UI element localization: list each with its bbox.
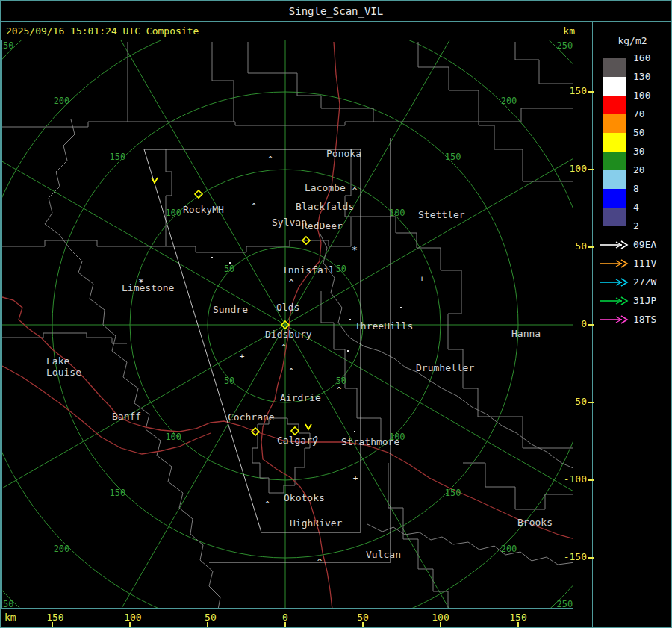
legend-color-swatch bbox=[603, 114, 626, 133]
legend-value: 30 bbox=[633, 146, 645, 157]
town-caret-marker: ^ bbox=[289, 278, 294, 287]
town-caret-marker: ^ bbox=[281, 343, 287, 352]
ring-range-label: 200 bbox=[54, 96, 70, 106]
storm-vee-marker bbox=[305, 424, 311, 429]
y-tick-label: -50 bbox=[559, 396, 587, 407]
radial-line bbox=[61, 325, 285, 608]
city-label: Cochrane bbox=[228, 411, 275, 423]
county-boundary-line bbox=[463, 463, 573, 509]
ring-range-label: 100 bbox=[389, 208, 405, 218]
county-boundary-line bbox=[320, 233, 573, 469]
ring-range-label: 250 bbox=[2, 40, 13, 51]
city-label: Okotoks bbox=[284, 492, 325, 503]
x-tick bbox=[517, 622, 519, 627]
town-dot-marker bbox=[347, 350, 349, 352]
town-caret-marker: ^ bbox=[252, 202, 257, 211]
town-dot-marker bbox=[354, 431, 355, 432]
ring-range-label: 50 bbox=[224, 376, 234, 386]
y-tick bbox=[588, 402, 594, 403]
legend-value: 20 bbox=[633, 164, 645, 175]
city-label: Vulcan bbox=[366, 549, 401, 560]
storm-vee-marker bbox=[152, 178, 158, 183]
town-caret-marker: ^ bbox=[314, 435, 319, 444]
city-label: Sundre bbox=[213, 304, 248, 315]
ring-range-label: 200 bbox=[501, 544, 517, 554]
city-label: Limestone bbox=[122, 282, 175, 293]
town-dot-marker bbox=[211, 257, 213, 258]
town-asterisk-marker: * bbox=[352, 244, 358, 255]
legend-value: 70 bbox=[633, 108, 645, 119]
city-label: RockyMH bbox=[183, 204, 224, 215]
title-divider bbox=[0, 21, 672, 22]
ring-range-label: 100 bbox=[165, 432, 181, 442]
city-label: Airdrie bbox=[280, 392, 321, 403]
county-boundary-line bbox=[388, 463, 448, 608]
county-boundary-line bbox=[252, 418, 310, 493]
legend-color-swatch bbox=[603, 189, 626, 208]
station-arrow-label: 09EA bbox=[633, 239, 656, 250]
legend-value: 100 bbox=[633, 90, 650, 101]
city-label: Calgary bbox=[277, 435, 318, 446]
city-label: Brooks bbox=[517, 517, 553, 528]
y-tick bbox=[588, 479, 594, 481]
y-tick bbox=[588, 324, 594, 326]
radar-viewer-window: Single_Scan_VIL 2025/09/16 15:01:24 UTC … bbox=[0, 0, 672, 628]
station-arrow-icon bbox=[599, 239, 632, 254]
legend-color-swatch bbox=[603, 208, 626, 226]
x-tick bbox=[284, 622, 286, 627]
radial-line bbox=[285, 325, 573, 549]
x-tick-label: 100 bbox=[426, 612, 455, 623]
legend-panel: kg/m2 16013010070503020842 09EA 111V 27Z… bbox=[593, 22, 672, 628]
x-tick-label: 150 bbox=[503, 612, 533, 623]
legend-value: 130 bbox=[633, 71, 650, 82]
town-caret-marker: ^ bbox=[317, 557, 323, 567]
y-tick-label: 100 bbox=[559, 163, 587, 174]
station-arrow-icon bbox=[599, 258, 632, 273]
ring-range-label: 150 bbox=[445, 488, 461, 498]
city-label: Stettler bbox=[418, 209, 465, 220]
y-tick bbox=[588, 91, 594, 93]
town-caret-marker: ^ bbox=[352, 186, 358, 196]
legend-color-swatch bbox=[603, 96, 626, 114]
x-tick-label: -100 bbox=[115, 612, 145, 623]
county-boundary-line bbox=[418, 42, 573, 181]
legend-title: kg/m2 bbox=[593, 35, 672, 46]
x-tick bbox=[52, 622, 53, 627]
city-label: Drumheller bbox=[416, 362, 474, 373]
city-label: ThreeHills bbox=[355, 320, 413, 332]
city-label: Blackfalds bbox=[296, 201, 354, 212]
county-boundary-line bbox=[2, 333, 127, 343]
station-arrow-icon bbox=[599, 314, 632, 329]
y-tick-label: 150 bbox=[559, 85, 587, 96]
city-label: Lacombe bbox=[305, 182, 346, 193]
y-axis-unit-label: km bbox=[553, 25, 575, 37]
y-tick-label: 0 bbox=[559, 318, 587, 329]
city-label: Banff bbox=[112, 411, 141, 422]
town-plus-marker: + bbox=[240, 352, 245, 361]
page-title: Single_Scan_VIL bbox=[0, 5, 672, 17]
x-tick bbox=[207, 622, 208, 627]
ring-range-label: 250 bbox=[557, 599, 573, 608]
scan-timestamp: 2025/09/16 15:01:24 UTC Composite bbox=[6, 25, 199, 37]
ring-range-label: 250 bbox=[2, 599, 13, 608]
city-label: Olds bbox=[276, 302, 299, 313]
town-plus-marker: + bbox=[353, 473, 358, 483]
city-label: HighRiver bbox=[290, 517, 343, 529]
x-tick bbox=[362, 622, 364, 627]
county-boundary-line bbox=[2, 149, 172, 246]
station-arrow-icon bbox=[599, 295, 632, 310]
title-bar: Single_Scan_VIL bbox=[0, 0, 672, 21]
town-plus-marker: + bbox=[420, 274, 425, 284]
county-boundary-line bbox=[212, 42, 234, 122]
legend-value: 8 bbox=[633, 183, 639, 194]
city-label: Hanna bbox=[511, 328, 541, 339]
legend-value: 50 bbox=[633, 127, 645, 138]
y-tick-label: -100 bbox=[559, 473, 587, 485]
town-asterisk-marker: * bbox=[138, 276, 144, 287]
town-dot-marker bbox=[229, 262, 231, 264]
y-tick bbox=[588, 246, 594, 248]
city-label: Innisfail bbox=[282, 264, 335, 276]
legend-value: 160 bbox=[633, 52, 650, 63]
ring-range-label: 100 bbox=[165, 208, 181, 218]
station-arrow-label: 111V bbox=[633, 258, 656, 269]
